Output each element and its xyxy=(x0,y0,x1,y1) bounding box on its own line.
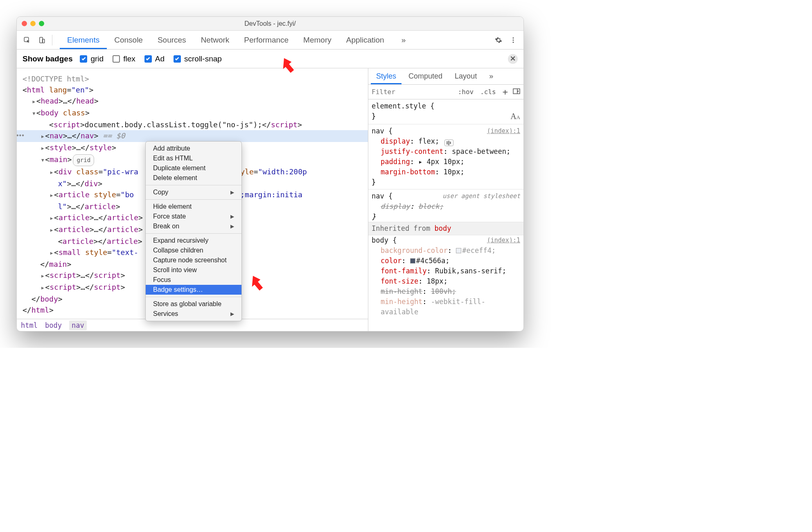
context-menu-item[interactable]: Copy▶ xyxy=(146,187,241,197)
context-menu-item[interactable]: Hide element xyxy=(146,202,241,212)
device-toolbar-icon[interactable] xyxy=(36,34,48,46)
breadcrumb-body[interactable]: body xyxy=(45,321,62,329)
kebab-menu-icon[interactable] xyxy=(507,34,519,46)
badges-bar: Show badges gridflexAdscroll-snap ✕ xyxy=(17,50,523,68)
badges-label: Show badges xyxy=(23,54,72,63)
svg-rect-6 xyxy=(513,89,520,94)
context-menu-item[interactable]: Store as global variable xyxy=(146,299,241,309)
tab-console[interactable]: Console xyxy=(107,31,150,49)
close-badges-bar-button[interactable]: ✕ xyxy=(508,54,518,64)
window-title: DevTools - jec.fyi/ xyxy=(17,20,523,27)
svg-point-4 xyxy=(513,39,514,41)
inspect-element-icon[interactable] xyxy=(21,34,33,46)
context-menu-item[interactable]: Services▶ xyxy=(146,309,241,319)
svg-point-5 xyxy=(513,41,514,43)
styles-rules[interactable]: element.style {}AAnav {(index):1display:… xyxy=(368,99,523,331)
annotation-arrow-icon xyxy=(276,54,298,77)
context-menu-item[interactable]: Break on▶ xyxy=(146,221,241,231)
computed-sidebar-toggle-icon[interactable] xyxy=(513,88,520,96)
badge-checkbox-scroll-snap[interactable]: scroll-snap xyxy=(174,54,222,63)
new-style-rule-button[interactable]: + xyxy=(501,87,510,97)
context-menu-item[interactable]: Edit as HTML xyxy=(146,153,241,163)
annotation-arrow-icon xyxy=(245,272,267,294)
styles-filter-input[interactable] xyxy=(372,88,413,96)
devtools-window: DevTools - jec.fyi/ ElementsConsoleSourc… xyxy=(16,16,524,331)
tab-elements[interactable]: Elements xyxy=(60,31,107,49)
cls-toggle[interactable]: .cls xyxy=(478,88,498,96)
context-menu-item[interactable]: Expand recursively xyxy=(146,236,241,246)
badge-checkbox-flex[interactable]: flex xyxy=(113,54,135,63)
tab-memory[interactable]: Memory xyxy=(296,31,339,49)
context-menu-item[interactable]: Collapse children xyxy=(146,246,241,255)
context-menu-item[interactable]: Force state▶ xyxy=(146,212,241,221)
breadcrumb-nav[interactable]: nav xyxy=(69,320,87,330)
settings-icon[interactable] xyxy=(492,34,505,46)
badge-checkbox-Ad[interactable]: Ad xyxy=(144,54,165,63)
tab-performance[interactable]: Performance xyxy=(237,31,296,49)
tab-network[interactable]: Network xyxy=(194,31,237,49)
context-menu-item[interactable]: Delete element xyxy=(146,173,241,183)
tab-application[interactable]: Application xyxy=(339,31,392,49)
context-menu-item[interactable]: Focus xyxy=(146,275,241,285)
badge-checkbox-grid[interactable]: grid xyxy=(80,54,104,63)
sidebar-tab-styles[interactable]: Styles xyxy=(371,69,401,84)
elements-panel: ••• <!DOCTYPE html><html lang="en"> ▶<he… xyxy=(17,68,368,331)
context-menu: Add attributeEdit as HTMLDuplicate eleme… xyxy=(145,141,242,321)
styles-pane: StylesComputedLayout» :hov .cls + elemen… xyxy=(368,68,523,331)
context-menu-item[interactable]: Duplicate element xyxy=(146,163,241,173)
sidebar-more-tabs[interactable]: » xyxy=(484,69,498,84)
sidebar-tabs: StylesComputedLayout» xyxy=(368,68,523,85)
context-menu-item[interactable]: Badge settings… xyxy=(146,285,241,295)
svg-point-3 xyxy=(513,37,514,38)
sidebar-tab-layout[interactable]: Layout xyxy=(449,69,482,84)
more-tabs-button[interactable]: » xyxy=(394,31,413,49)
sidebar-tab-computed[interactable]: Computed xyxy=(403,69,448,84)
hov-toggle[interactable]: :hov xyxy=(456,88,476,96)
styles-filter-row: :hov .cls + xyxy=(368,85,523,99)
context-menu-item[interactable]: Add attribute xyxy=(146,144,241,153)
main-tabs: ElementsConsoleSourcesNetworkPerformance… xyxy=(60,31,392,49)
context-menu-item[interactable]: Scroll into view xyxy=(146,265,241,275)
titlebar: DevTools - jec.fyi/ xyxy=(17,17,523,31)
context-menu-item[interactable]: Capture node screenshot xyxy=(146,255,241,265)
tab-sources[interactable]: Sources xyxy=(150,31,194,49)
divider xyxy=(52,35,52,45)
gutter-ellipsis-icon[interactable]: ••• xyxy=(16,132,25,139)
breadcrumb-html[interactable]: html xyxy=(21,321,38,329)
main-toolbar: ElementsConsoleSourcesNetworkPerformance… xyxy=(17,31,523,50)
